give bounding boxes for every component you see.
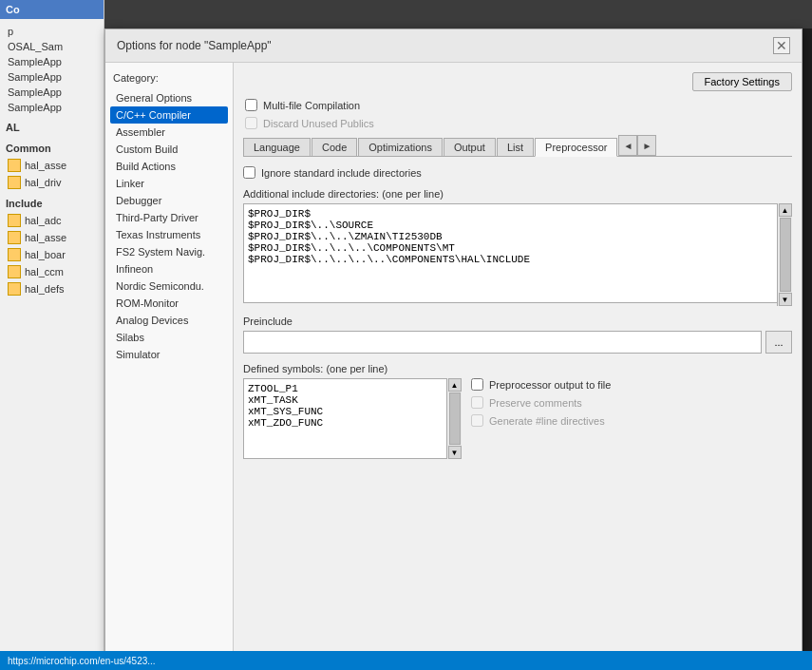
defined-scroll-down[interactable]: ▼ (448, 446, 462, 459)
tab-language[interactable]: Language (243, 138, 311, 156)
sidebar-items: p OSAL_Sam SampleApp SampleApp SampleApp… (0, 19, 104, 302)
file-icon (8, 248, 21, 261)
preprocessor-output-label: Preprocessor output to file (489, 379, 611, 391)
preinclude-input[interactable] (243, 331, 762, 354)
sidebar-item[interactable]: p (0, 24, 104, 39)
category-nordic[interactable]: Nordic Semicondu. (110, 278, 228, 295)
tab-output[interactable]: Output (444, 138, 496, 156)
discard-unused-checkbox[interactable] (245, 117, 257, 129)
defined-scroll-up[interactable]: ▲ (448, 378, 462, 392)
additional-dirs-label: Additional include directories: (one per… (243, 188, 792, 200)
sidebar-section-al: AL (0, 119, 104, 136)
category-silabs[interactable]: Silabs (110, 329, 228, 346)
dialog-body: Category: General Options C/C++ Compiler… (105, 63, 802, 652)
browse-button[interactable]: ... (765, 331, 792, 354)
sidebar-file-hal-adc[interactable]: hal_adc (0, 212, 104, 229)
sidebar-section-common: Common (0, 140, 104, 157)
tab-code[interactable]: Code (312, 138, 357, 156)
file-label: hal_defs (25, 283, 65, 295)
category-custom-build[interactable]: Custom Build (110, 141, 228, 158)
sidebar-file-hal-driv[interactable]: hal_driv (0, 174, 104, 191)
preprocessor-options: Preprocessor output to file Preserve com… (471, 378, 611, 427)
sidebar-item-osal[interactable]: OSAL_Sam (0, 39, 104, 54)
category-fs2[interactable]: FS2 System Navig. (110, 243, 228, 260)
tab-preprocessor[interactable]: Preprocessor (535, 138, 617, 157)
generate-directives-label: Generate #line directives (489, 415, 605, 427)
category-rom-monitor[interactable]: ROM-Monitor (110, 295, 228, 312)
additional-dirs-textarea[interactable]: $PROJ_DIR$ $PROJ_DIR$\..\SOURCE $PROJ_DI… (243, 203, 792, 303)
category-build-actions[interactable]: Build Actions (110, 158, 228, 175)
sidebar-item-sample1[interactable]: SampleApp (0, 54, 104, 69)
sidebar-section-include: Include (0, 195, 104, 212)
additional-dirs-scrollbar[interactable]: ▲ ▼ (777, 203, 792, 306)
dialog-titlebar: Options for node "SampleApp" ✕ (105, 29, 802, 63)
category-label: Category: (110, 72, 228, 84)
category-infineon[interactable]: Infineon (110, 260, 228, 278)
dialog-title: Options for node "SampleApp" (117, 39, 272, 52)
multifile-compilation-label: Multi-file Compilation (263, 100, 360, 111)
tab-optimizations[interactable]: Optimizations (358, 138, 443, 156)
generate-directives-checkbox[interactable] (471, 414, 483, 427)
scroll-up-arrow[interactable]: ▲ (779, 203, 792, 217)
category-linker[interactable]: Linker (110, 175, 228, 192)
ignore-std-row: Ignore standard include directories (243, 166, 792, 179)
sidebar-file-hal-boar[interactable]: hal_boar (0, 246, 104, 263)
sidebar-item-sample3[interactable]: SampleApp (0, 85, 104, 100)
generate-directives-row: Generate #line directives (471, 414, 611, 427)
file-label: hal_ccm (25, 266, 64, 278)
discard-unused-row: Discard Unused Publics (243, 117, 792, 129)
category-general-options[interactable]: General Options (110, 89, 228, 106)
file-label: hal_asse (25, 232, 66, 243)
file-icon (8, 282, 21, 296)
factory-settings-row: Factory Settings (243, 72, 792, 91)
category-third-party[interactable]: Third-Party Driver (110, 209, 228, 226)
file-icon (8, 176, 21, 189)
ignore-std-label: Ignore standard include directories (261, 167, 422, 179)
sidebar-item-sample4[interactable]: SampleApp (0, 100, 104, 115)
file-icon (8, 159, 21, 172)
file-label: hal_driv (25, 177, 62, 188)
editor-toolbar: ≡ ⊞ ▲ (0, 0, 812, 29)
preprocessor-output-checkbox[interactable] (471, 378, 483, 391)
tab-list[interactable]: List (497, 138, 534, 156)
tab-prev-button[interactable]: ◄ (618, 135, 637, 156)
multifile-compilation-checkbox[interactable] (245, 99, 257, 111)
options-dialog: Options for node "SampleApp" ✕ Category:… (104, 29, 803, 656)
sidebar-file-hal-defs[interactable]: hal_defs (0, 280, 104, 297)
preserve-comments-label: Preserve comments (489, 397, 582, 409)
sidebar-title: Co (0, 0, 104, 19)
defined-symbols-wrap: ZTOOL_P1 xMT_TASK xMT_SYS_FUNC xMT_ZDO_F… (243, 378, 462, 459)
file-label: hal_asse (25, 160, 66, 171)
left-sidebar: Co p OSAL_Sam SampleApp SampleApp Sample… (0, 0, 104, 670)
factory-settings-button[interactable]: Factory Settings (692, 72, 792, 91)
scroll-down-arrow[interactable]: ▼ (779, 293, 792, 306)
category-assembler[interactable]: Assembler (110, 124, 228, 141)
sidebar-file-hal-asse2[interactable]: hal_asse (0, 229, 104, 246)
category-analog-devices[interactable]: Analog Devices (110, 312, 228, 329)
sidebar-file-hal-asse[interactable]: hal_asse (0, 157, 104, 174)
preinclude-label: Preinclude (243, 316, 792, 327)
dialog-close-button[interactable]: ✕ (773, 37, 790, 54)
tab-next-button[interactable]: ► (637, 135, 656, 156)
preprocessor-output-row: Preprocessor output to file (471, 378, 611, 391)
defined-symbols-textarea[interactable]: ZTOOL_P1 xMT_TASK xMT_SYS_FUNC xMT_ZDO_F… (243, 378, 462, 459)
file-icon (8, 265, 21, 278)
defined-symbols-scrollbar[interactable]: ▲ ▼ (446, 378, 462, 459)
category-debugger[interactable]: Debugger (110, 192, 228, 209)
preserve-comments-checkbox[interactable] (471, 396, 483, 409)
preinclude-row: ... (243, 331, 792, 354)
category-texas-instruments[interactable]: Texas Instruments (110, 226, 228, 243)
preserve-comments-row: Preserve comments (471, 396, 611, 409)
multifile-compilation-row: Multi-file Compilation (243, 99, 792, 111)
status-bar-text: https://microchip.com/en-us/4523... (8, 656, 156, 666)
sidebar-item-sample2[interactable]: SampleApp (0, 69, 104, 85)
category-cpp-compiler[interactable]: C/C++ Compiler (110, 106, 228, 124)
defined-scroll-thumb (449, 392, 461, 445)
sidebar-file-hal-ccm[interactable]: hal_ccm (0, 263, 104, 280)
category-simulator[interactable]: Simulator (110, 346, 228, 363)
tabs-row: Language Code Optimizations Output List … (243, 135, 792, 157)
defined-symbols-container: ZTOOL_P1 xMT_TASK xMT_SYS_FUNC xMT_ZDO_F… (243, 378, 792, 459)
status-bar: https://microchip.com/en-us/4523... (0, 651, 812, 670)
ignore-std-checkbox[interactable] (243, 166, 255, 179)
file-label: hal_adc (25, 215, 62, 226)
